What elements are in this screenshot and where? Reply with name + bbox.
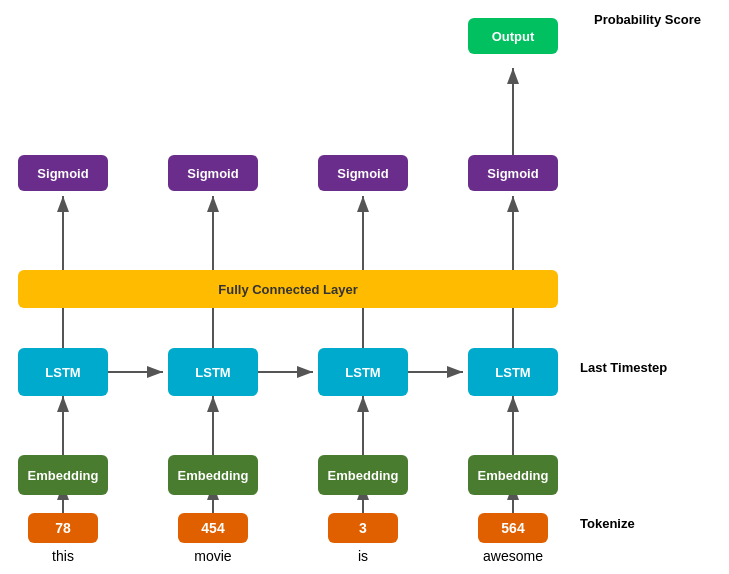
embedding-node-4: Embedding bbox=[468, 455, 558, 495]
embedding-node-2: Embedding bbox=[168, 455, 258, 495]
fc-label: Fully Connected Layer bbox=[218, 282, 357, 297]
token-node-1: 78 bbox=[28, 513, 98, 543]
word-2: movie bbox=[168, 548, 258, 564]
token-value-4: 564 bbox=[501, 520, 524, 536]
embedding-label-4: Embedding bbox=[478, 468, 549, 483]
sigmoid-node-1: Sigmoid bbox=[18, 155, 108, 191]
lstm-node-4: LSTM bbox=[468, 348, 558, 396]
probability-score-label: Probability Score bbox=[594, 12, 701, 27]
token-node-3: 3 bbox=[328, 513, 398, 543]
sigmoid-label-1: Sigmoid bbox=[37, 166, 88, 181]
lstm-node-3: LSTM bbox=[318, 348, 408, 396]
token-node-4: 564 bbox=[478, 513, 548, 543]
lstm-node-1: LSTM bbox=[18, 348, 108, 396]
sigmoid-node-4: Sigmoid bbox=[468, 155, 558, 191]
lstm-label-4: LSTM bbox=[495, 365, 530, 380]
word-3: is bbox=[318, 548, 408, 564]
embedding-label-3: Embedding bbox=[328, 468, 399, 483]
token-value-3: 3 bbox=[359, 520, 367, 536]
output-node: Output bbox=[468, 18, 558, 54]
last-timestep-label: Last Timestep bbox=[580, 360, 667, 375]
lstm-label-2: LSTM bbox=[195, 365, 230, 380]
sigmoid-node-3: Sigmoid bbox=[318, 155, 408, 191]
embedding-label-1: Embedding bbox=[28, 468, 99, 483]
embedding-node-3: Embedding bbox=[318, 455, 408, 495]
token-value-1: 78 bbox=[55, 520, 71, 536]
word-1: this bbox=[18, 548, 108, 564]
token-node-2: 454 bbox=[178, 513, 248, 543]
fc-layer: Fully Connected Layer bbox=[18, 270, 558, 308]
diagram: Output Probability Score Sigmoid Sigmoid… bbox=[0, 0, 729, 574]
output-label: Output bbox=[492, 29, 535, 44]
embedding-node-1: Embedding bbox=[18, 455, 108, 495]
lstm-label-1: LSTM bbox=[45, 365, 80, 380]
lstm-label-3: LSTM bbox=[345, 365, 380, 380]
tokenize-label: Tokenize bbox=[580, 516, 635, 531]
sigmoid-label-2: Sigmoid bbox=[187, 166, 238, 181]
token-value-2: 454 bbox=[201, 520, 224, 536]
sigmoid-label-4: Sigmoid bbox=[487, 166, 538, 181]
embedding-label-2: Embedding bbox=[178, 468, 249, 483]
lstm-node-2: LSTM bbox=[168, 348, 258, 396]
sigmoid-label-3: Sigmoid bbox=[337, 166, 388, 181]
sigmoid-node-2: Sigmoid bbox=[168, 155, 258, 191]
word-4: awesome bbox=[468, 548, 558, 564]
